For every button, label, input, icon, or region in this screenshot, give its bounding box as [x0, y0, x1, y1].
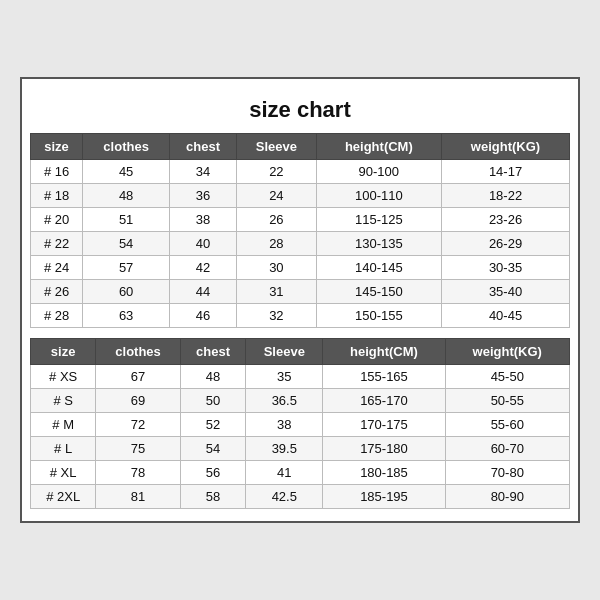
table-cell: # 24 — [31, 256, 83, 280]
table-cell: 115-125 — [316, 208, 441, 232]
table-row: # L755439.5175-18060-70 — [31, 437, 570, 461]
table-cell: 23-26 — [442, 208, 570, 232]
table-cell: # XS — [31, 365, 96, 389]
table-cell: 35-40 — [442, 280, 570, 304]
table-cell: 45 — [83, 160, 170, 184]
table1-header-cell: height(CM) — [316, 134, 441, 160]
table-cell: 35 — [246, 365, 323, 389]
table-cell: # M — [31, 413, 96, 437]
table-cell: 30-35 — [442, 256, 570, 280]
table-cell: 75 — [96, 437, 181, 461]
table2-header-cell: weight(KG) — [445, 339, 570, 365]
table-row: # 22544028130-13526-29 — [31, 232, 570, 256]
table-cell: 14-17 — [442, 160, 570, 184]
table-cell: # 28 — [31, 304, 83, 328]
table-cell: 22 — [237, 160, 317, 184]
table-children: sizeclotheschestSleeveheight(CM)weight(K… — [30, 133, 570, 328]
table2-header-cell: chest — [180, 339, 245, 365]
table-cell: 51 — [83, 208, 170, 232]
table1-header-cell: Sleeve — [237, 134, 317, 160]
table-cell: # 20 — [31, 208, 83, 232]
table2-header-cell: size — [31, 339, 96, 365]
table-cell: # 16 — [31, 160, 83, 184]
table-cell: 100-110 — [316, 184, 441, 208]
chart-title: size chart — [30, 89, 570, 133]
table-cell: 130-135 — [316, 232, 441, 256]
table-cell: 18-22 — [442, 184, 570, 208]
table1-body: # 1645342290-10014-17# 18483624100-11018… — [31, 160, 570, 328]
table-cell: 45-50 — [445, 365, 570, 389]
table-cell: 90-100 — [316, 160, 441, 184]
table-cell: 46 — [170, 304, 237, 328]
table-cell: 69 — [96, 389, 181, 413]
table-cell: 40-45 — [442, 304, 570, 328]
table-cell: # L — [31, 437, 96, 461]
table-cell: # 22 — [31, 232, 83, 256]
table-cell: 42 — [170, 256, 237, 280]
table-cell: 150-155 — [316, 304, 441, 328]
table-cell: 40 — [170, 232, 237, 256]
table-cell: 26 — [237, 208, 317, 232]
table-cell: 155-165 — [323, 365, 445, 389]
table-cell: 80-90 — [445, 485, 570, 509]
table-cell: 34 — [170, 160, 237, 184]
table1-header-cell: weight(KG) — [442, 134, 570, 160]
table-cell: 28 — [237, 232, 317, 256]
table-cell: 36.5 — [246, 389, 323, 413]
table-row: # 24574230140-14530-35 — [31, 256, 570, 280]
table-cell: 170-175 — [323, 413, 445, 437]
table-cell: 60 — [83, 280, 170, 304]
table-row: # XL785641180-18570-80 — [31, 461, 570, 485]
table1-header-cell: size — [31, 134, 83, 160]
table-cell: 50 — [180, 389, 245, 413]
table-cell: 42.5 — [246, 485, 323, 509]
table-cell: 145-150 — [316, 280, 441, 304]
table-cell: 26-29 — [442, 232, 570, 256]
table-row: # 1645342290-10014-17 — [31, 160, 570, 184]
table-cell: 140-145 — [316, 256, 441, 280]
table-cell: # 18 — [31, 184, 83, 208]
table-cell: 50-55 — [445, 389, 570, 413]
table-cell: 32 — [237, 304, 317, 328]
table-cell: 57 — [83, 256, 170, 280]
table-cell: 54 — [180, 437, 245, 461]
table-cell: 56 — [180, 461, 245, 485]
table-cell: 63 — [83, 304, 170, 328]
table-cell: 31 — [237, 280, 317, 304]
table-cell: 58 — [180, 485, 245, 509]
table-row: # 20513826115-12523-26 — [31, 208, 570, 232]
table-cell: 36 — [170, 184, 237, 208]
table-cell: 38 — [170, 208, 237, 232]
table-cell: 48 — [180, 365, 245, 389]
table-cell: 38 — [246, 413, 323, 437]
table-row: # 18483624100-11018-22 — [31, 184, 570, 208]
table2-body: # XS674835155-16545-50# S695036.5165-170… — [31, 365, 570, 509]
table-cell: 175-180 — [323, 437, 445, 461]
table-cell: 165-170 — [323, 389, 445, 413]
table-cell: 81 — [96, 485, 181, 509]
table-cell: 60-70 — [445, 437, 570, 461]
table-row: # 2XL815842.5185-19580-90 — [31, 485, 570, 509]
table-cell: 70-80 — [445, 461, 570, 485]
table1-header-cell: clothes — [83, 134, 170, 160]
table-row: # XS674835155-16545-50 — [31, 365, 570, 389]
table-cell: 48 — [83, 184, 170, 208]
table-cell: 185-195 — [323, 485, 445, 509]
table2-header-cell: height(CM) — [323, 339, 445, 365]
table-row: # M725238170-17555-60 — [31, 413, 570, 437]
table-cell: 54 — [83, 232, 170, 256]
table-cell: # XL — [31, 461, 96, 485]
table-cell: 44 — [170, 280, 237, 304]
table-cell: 72 — [96, 413, 181, 437]
table-cell: # 2XL — [31, 485, 96, 509]
table2-header-row: sizeclotheschestSleeveheight(CM)weight(K… — [31, 339, 570, 365]
table-row: # S695036.5165-17050-55 — [31, 389, 570, 413]
table-cell: 67 — [96, 365, 181, 389]
table-cell: 180-185 — [323, 461, 445, 485]
table-row: # 28634632150-15540-45 — [31, 304, 570, 328]
table-cell: 24 — [237, 184, 317, 208]
table-adults: sizeclotheschestSleeveheight(CM)weight(K… — [30, 338, 570, 509]
table-cell: # 26 — [31, 280, 83, 304]
table-row: # 26604431145-15035-40 — [31, 280, 570, 304]
table2-header-cell: Sleeve — [246, 339, 323, 365]
